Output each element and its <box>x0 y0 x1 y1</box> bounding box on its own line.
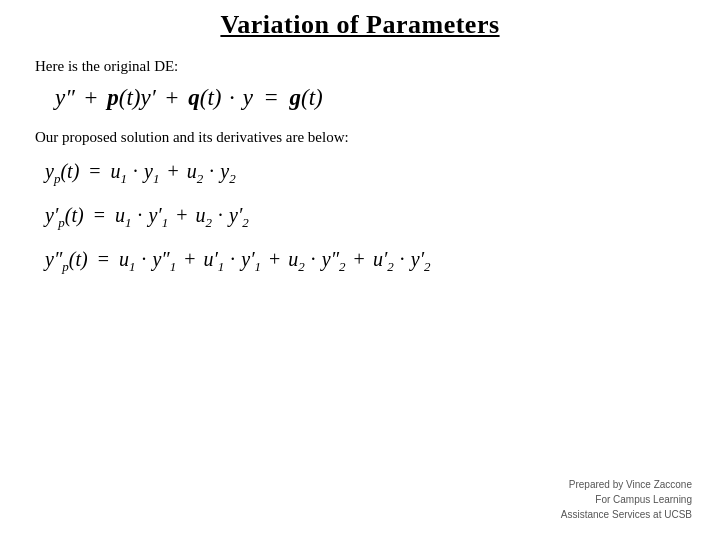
page-title: Variation of Parameters <box>30 10 690 40</box>
plus-d: + <box>269 246 280 272</box>
dot-g: · <box>311 246 316 272</box>
plus-a: + <box>167 158 178 184</box>
footer-line2: For Campus Learning <box>561 492 692 507</box>
eq2-equals: = <box>94 202 105 228</box>
solution-eq-2: y′p(t) = u1 · y′1 + u2 · y′2 <box>45 202 690 232</box>
footer: Prepared by Vince Zaccone For Campus Lea… <box>561 477 692 522</box>
yp-double-prime-label: y″p(t) <box>45 246 88 276</box>
main-equation: y″ + p(t)y′ + q(t) · y = g(t) <box>55 85 690 111</box>
plus-e: + <box>354 246 365 272</box>
y2-prime-term: y′2 <box>229 202 249 232</box>
u1-term-2: u1 <box>115 202 132 232</box>
solution-eq-1: yp(t) = u1 · y1 + u2 · y2 <box>45 158 690 188</box>
u2-term: u2 <box>187 158 204 188</box>
q-term: q(t) <box>188 85 221 110</box>
plus-b: + <box>176 202 187 228</box>
main-equation-block: y″ + p(t)y′ + q(t) · y = g(t) <box>45 85 690 111</box>
page-container: Variation of Parameters Here is the orig… <box>0 0 720 540</box>
plus-1: + <box>85 85 98 110</box>
u2-term-3: u2 <box>288 246 305 276</box>
dot-e: · <box>141 246 146 272</box>
dot-f: · <box>230 246 235 272</box>
footer-line3: Assistance Services at UCSB <box>561 507 692 522</box>
u2-term-2: u2 <box>196 202 213 232</box>
yp-label-1: yp(t) <box>45 158 79 188</box>
eq3-equals: = <box>98 246 109 272</box>
intro-label: Here is the original DE: <box>35 58 690 75</box>
dot-h: · <box>400 246 405 272</box>
dot-c: · <box>137 202 142 228</box>
dot-b: · <box>209 158 214 184</box>
u1-term: u1 <box>111 158 128 188</box>
g-term: g(t) <box>289 85 322 110</box>
y2-double-prime: y″2 <box>322 246 346 276</box>
y1-double-prime: y″1 <box>152 246 176 276</box>
solution-eq-3: y″p(t) = u1 · y″1 + u′1 · y′1 + u2 · y″2… <box>45 246 690 276</box>
p-term: p(t)y′ <box>107 85 155 110</box>
y2-prime-term-2: y′2 <box>411 246 431 276</box>
equals-1: = <box>265 85 278 110</box>
footer-line1: Prepared by Vince Zaccone <box>561 477 692 492</box>
u1-term-3: u1 <box>119 246 136 276</box>
plus-2: + <box>166 85 179 110</box>
y1-prime-term: y′1 <box>148 202 168 232</box>
proposed-label: Our proposed solution and its derivative… <box>35 129 690 146</box>
u1-prime-term: u′1 <box>203 246 224 276</box>
yp-prime-label: y′p(t) <box>45 202 84 232</box>
solutions-block: yp(t) = u1 · y1 + u2 · y2 y′p(t) = u1 · … <box>45 158 690 276</box>
u2-prime-term: u′2 <box>373 246 394 276</box>
y-double-prime: y″ <box>55 85 75 110</box>
dot-a: · <box>133 158 138 184</box>
dot-1: · <box>229 85 235 110</box>
y1-prime-term-2: y′1 <box>241 246 261 276</box>
y2-term: y2 <box>220 158 235 188</box>
eq1-equals: = <box>89 158 100 184</box>
y-term: y <box>243 85 253 110</box>
dot-d: · <box>218 202 223 228</box>
plus-c: + <box>184 246 195 272</box>
y1-term: y1 <box>144 158 159 188</box>
